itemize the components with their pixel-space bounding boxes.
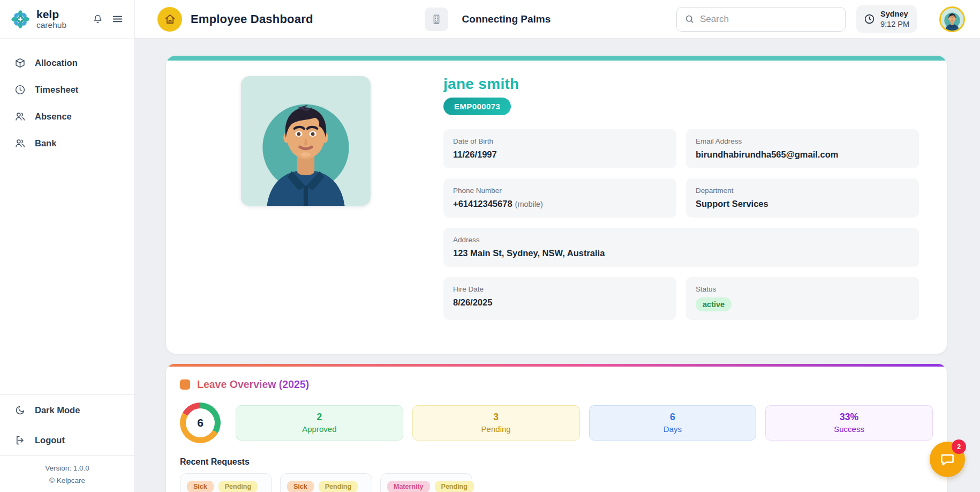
field-email: Email Address birundhabirundha565@gmail.… xyxy=(686,129,919,168)
users-icon xyxy=(14,111,26,122)
moon-icon xyxy=(14,405,26,416)
field-department: Department Support Services xyxy=(686,178,919,218)
box-icon xyxy=(14,57,26,69)
logout-button[interactable]: Logout xyxy=(0,425,134,455)
request-card[interactable]: Maternity Pending xyxy=(380,473,472,492)
kelp-flower-logo-icon xyxy=(11,10,30,29)
logout-label: Logout xyxy=(35,435,65,445)
leave-status-chip: Pending xyxy=(319,481,358,492)
field-label: Phone Number xyxy=(453,187,667,195)
timezone-city: Sydney xyxy=(880,9,909,19)
user-avatar[interactable] xyxy=(939,6,965,32)
field-label: Hire Date xyxy=(453,285,667,293)
field-address: Address 123 Main St, Sydney, NSW, Austra… xyxy=(443,228,919,267)
phone-type-note: (mobile) xyxy=(515,200,543,208)
stat-pending[interactable]: 3 Pending xyxy=(412,405,580,441)
organisation-name: Connecting Palms xyxy=(462,13,551,25)
employee-id-badge: EMP000073 xyxy=(443,98,511,115)
stat-value: 3 xyxy=(413,412,579,423)
leave-status-chip: Pending xyxy=(218,481,258,492)
leave-status-chip: Pending xyxy=(435,481,474,492)
copyright-text: © Kelpcare xyxy=(0,474,134,487)
main-content: jane smith EMP000073 Date of Birth 11/26… xyxy=(135,39,980,492)
status-badge: active xyxy=(696,297,732,311)
version-text: Version: 1.0.0 xyxy=(0,462,134,474)
stat-success[interactable]: 33% Success xyxy=(765,405,933,441)
notifications-bell-icon[interactable] xyxy=(92,13,103,25)
organisation-button[interactable] xyxy=(425,8,448,31)
field-value: birundhabirundha565@gmail.com xyxy=(696,150,909,160)
sidebar-item-absence[interactable]: Absence xyxy=(0,103,134,130)
field-value: Support Services xyxy=(696,199,909,209)
brand-name: kelp xyxy=(36,9,66,20)
page-title: Employee Dashboard xyxy=(191,12,313,26)
hamburger-menu-icon[interactable] xyxy=(111,13,124,25)
logout-icon xyxy=(14,435,26,446)
field-label: Department xyxy=(696,187,909,195)
sidebar: kelp carehub xyxy=(0,0,135,492)
recent-requests-title: Recent Requests xyxy=(180,457,933,467)
chat-unread-badge: 2 xyxy=(952,439,966,454)
stat-label: Success xyxy=(766,424,932,434)
stat-value: 2 xyxy=(236,412,403,423)
leave-overview-card: Leave Overview (2025) 6 2 Approved 3 Pen… xyxy=(166,364,947,492)
field-value: 123 Main St, Sydney, NSW, Australia xyxy=(453,248,909,258)
employee-profile-card: jane smith EMP000073 Date of Birth 11/26… xyxy=(166,56,947,354)
top-header: Employee Dashboard Connecting Palms xyxy=(135,0,980,39)
timezone-widget[interactable]: Sydney 9:12 PM xyxy=(856,5,917,32)
request-card[interactable]: Sick Pending xyxy=(180,473,272,492)
leave-type-chip: Sick xyxy=(187,481,214,492)
sidebar-footer: Dark Mode Logout Version: 1.0.0 © Kelpca… xyxy=(0,394,134,492)
sidebar-item-timesheet[interactable]: Timesheet xyxy=(0,76,134,103)
home-button[interactable] xyxy=(157,7,182,32)
search-box xyxy=(676,7,846,32)
dark-mode-toggle[interactable]: Dark Mode xyxy=(0,395,134,425)
leave-type-chip: Maternity xyxy=(387,481,430,492)
stat-label: Pending xyxy=(413,424,579,434)
leave-total: 6 xyxy=(180,402,221,443)
stat-days[interactable]: 6 Days xyxy=(589,405,757,441)
field-phone: Phone Number +61412345678(mobile) xyxy=(443,178,676,218)
leave-section-title: Leave Overview (2025) xyxy=(197,378,309,391)
sidebar-item-allocation[interactable]: Allocation xyxy=(0,49,134,76)
clock-icon xyxy=(14,84,26,95)
search-input[interactable] xyxy=(700,14,838,25)
stat-label: Approved xyxy=(236,424,403,434)
dark-mode-label: Dark Mode xyxy=(35,405,80,415)
chat-bubble-icon xyxy=(939,451,955,467)
field-value: 8/26/2025 xyxy=(453,297,667,308)
field-hire-date: Hire Date 8/26/2025 xyxy=(443,277,676,320)
clock-icon xyxy=(864,13,875,25)
field-label: Address xyxy=(453,236,909,244)
brand-text: kelp carehub xyxy=(36,9,66,29)
field-status: Status active xyxy=(686,277,919,320)
field-value: 11/26/1997 xyxy=(453,150,667,160)
sidebar-item-label: Absence xyxy=(35,111,72,122)
stat-label: Days xyxy=(590,424,756,434)
building-icon xyxy=(431,13,442,25)
employee-name: jane smith xyxy=(443,76,919,93)
request-card[interactable]: Sick Pending xyxy=(280,473,372,492)
field-label: Email Address xyxy=(696,137,909,145)
leave-type-chip: Sick xyxy=(287,481,314,492)
organisation-group: Connecting Palms xyxy=(425,8,551,31)
stat-value: 6 xyxy=(590,412,756,423)
version-block: Version: 1.0.0 © Kelpcare xyxy=(0,455,134,492)
sidebar-item-bank[interactable]: Bank xyxy=(0,130,134,156)
brand-tagline: carehub xyxy=(36,21,66,29)
field-value: +61412345678(mobile) xyxy=(453,199,667,209)
stat-value: 33% xyxy=(766,412,932,423)
sidebar-item-label: Allocation xyxy=(35,58,78,68)
timezone-time: 9:12 PM xyxy=(880,19,909,29)
field-label: Date of Birth xyxy=(453,137,667,145)
leave-donut-chart: 6 xyxy=(180,402,221,443)
chat-button[interactable]: 2 xyxy=(930,442,965,477)
field-label: Status xyxy=(696,285,909,293)
leave-section-icon xyxy=(180,379,190,390)
employee-photo xyxy=(241,76,371,206)
stat-approved[interactable]: 2 Approved xyxy=(236,405,403,441)
sidebar-item-label: Bank xyxy=(35,138,56,148)
sidebar-nav: Allocation Timesheet Absence xyxy=(0,39,134,156)
sidebar-item-label: Timesheet xyxy=(35,85,78,95)
field-date-of-birth: Date of Birth 11/26/1997 xyxy=(443,129,676,168)
